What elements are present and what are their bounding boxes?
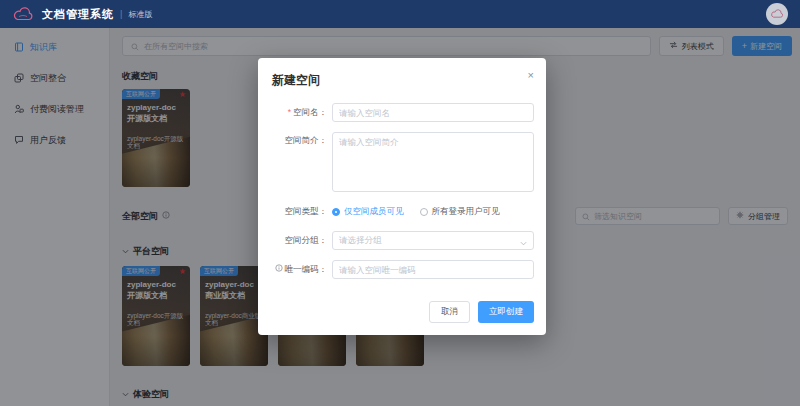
space-name-input[interactable]	[332, 103, 534, 122]
unique-code-label: 唯一编码：	[270, 261, 332, 278]
space-name-row: * 空间名：	[270, 103, 534, 122]
required-asterisk: *	[288, 104, 291, 121]
unique-code-input[interactable]	[332, 260, 534, 279]
space-type-label: 空间类型：	[270, 203, 332, 220]
radio-selected-icon	[332, 208, 340, 216]
user-avatar[interactable]	[766, 3, 788, 25]
modal-footer: 取消 立即创建	[258, 289, 546, 335]
close-icon[interactable]: ×	[528, 70, 534, 81]
app-screen: 文档管理系统 | 标准版 知识库 空间整合 付费阅读管理 用户反馈	[0, 0, 800, 406]
modal-title: 新建空间	[272, 73, 320, 87]
modal-body: * 空间名： 空间简介： 空间类型： 仅空间成员可见	[258, 103, 546, 279]
create-now-button[interactable]: 立即创建	[478, 301, 534, 323]
new-space-modal: 新建空间 × * 空间名： 空间简介： 空间类型： 仅空间成员可	[258, 58, 546, 335]
space-name-label: * 空间名：	[270, 104, 332, 121]
select-placeholder: 请选择分组	[339, 235, 382, 247]
modal-header: 新建空间 ×	[258, 58, 546, 103]
radio-members-only[interactable]: 仅空间成员可见	[332, 206, 404, 218]
unique-code-row: 唯一编码：	[270, 260, 534, 279]
cancel-button[interactable]: 取消	[429, 301, 470, 323]
info-icon	[275, 261, 283, 278]
space-intro-textarea[interactable]	[332, 132, 534, 192]
title-divider: |	[120, 9, 122, 19]
app-title: 文档管理系统	[42, 7, 114, 22]
chevron-down-icon	[520, 232, 527, 250]
edition-badge: 标准版	[128, 9, 152, 20]
radio-unselected-icon	[420, 208, 428, 216]
space-type-row: 空间类型： 仅空间成员可见 所有登录用户可见	[270, 202, 534, 221]
space-group-label: 空间分组：	[270, 232, 332, 249]
app-header: 文档管理系统 | 标准版	[0, 0, 800, 28]
radio-all-logged-in[interactable]: 所有登录用户可见	[420, 206, 500, 218]
space-intro-row: 空间简介：	[270, 132, 534, 192]
space-group-select[interactable]: 请选择分组	[332, 231, 534, 250]
app-logo-cloud-icon	[12, 7, 34, 22]
space-group-row: 空间分组： 请选择分组	[270, 231, 534, 250]
space-intro-label: 空间简介：	[270, 132, 332, 149]
